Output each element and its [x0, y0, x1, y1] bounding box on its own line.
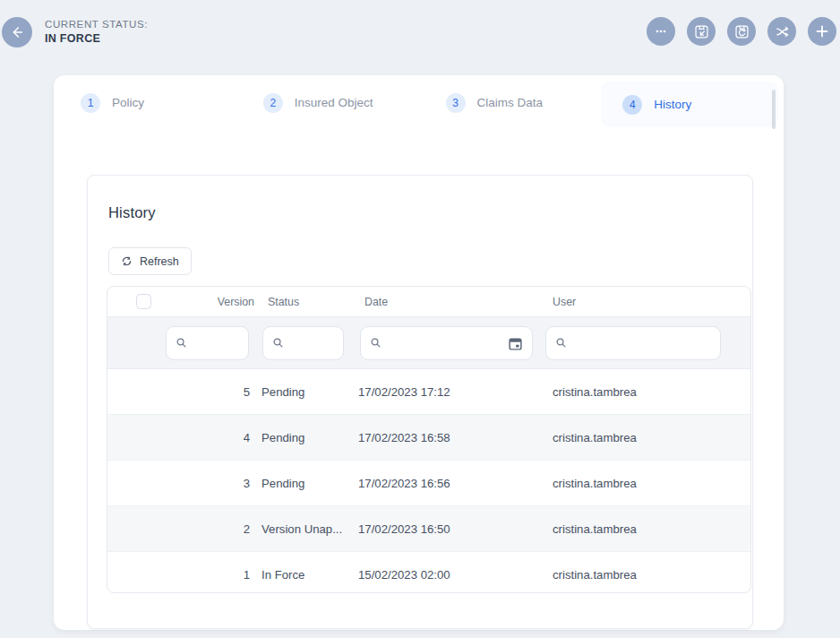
cell-user: cristina.tambrea: [530, 385, 750, 399]
cell-user: cristina.tambrea: [530, 477, 750, 490]
cell-status: Pending: [254, 385, 343, 399]
cell-version: 2: [165, 522, 254, 536]
current-status: CURRENT STATUS: IN FORCE: [45, 19, 148, 45]
status-filter-input[interactable]: [262, 326, 344, 360]
screen: CURRENT STATUS: IN FORCE: [0, 0, 840, 638]
tab-history[interactable]: 4 History: [601, 82, 778, 127]
card-title: History: [108, 204, 156, 221]
version-filter-input[interactable]: [166, 326, 249, 360]
table-row[interactable]: 3 Pending 17/02/2023 16:56 cristina.tamb…: [107, 460, 750, 505]
main-panel: 1 Policy 2 Insured Object 3 Claims Data …: [54, 75, 784, 630]
toolbar: [647, 17, 836, 46]
tab-number-badge: 1: [81, 93, 100, 113]
cell-date: 17/02/2023 16:58: [343, 431, 530, 444]
cell-version: 5: [165, 385, 254, 399]
column-header-user: User: [530, 296, 750, 308]
history-card: History Refresh: [87, 175, 753, 629]
save-export-button[interactable]: [687, 17, 716, 46]
status-filter-field[interactable]: [289, 336, 343, 349]
tab-label: Insured Object: [295, 96, 373, 109]
cell-date: 17/02/2023 16:50: [343, 522, 530, 536]
status-label: CURRENT STATUS:: [45, 19, 148, 30]
table-row[interactable]: 4 Pending 17/02/2023 16:58 cristina.tamb…: [107, 414, 750, 460]
add-button[interactable]: [808, 17, 836, 46]
tab-label: Claims Data: [477, 96, 544, 109]
tab-bar: 1 Policy 2 Insured Object 3 Claims Data …: [54, 75, 784, 130]
table-filter-row: [107, 316, 750, 369]
user-filter-field[interactable]: [572, 336, 720, 349]
search-icon: [272, 337, 284, 349]
plus-icon: [813, 22, 831, 40]
ellipsis-icon: [653, 23, 669, 39]
table-row[interactable]: 5 Pending 17/02/2023 17:12 cristina.tamb…: [107, 369, 750, 414]
cell-status: Version Unap...: [254, 522, 343, 536]
date-filter-input[interactable]: [360, 326, 533, 360]
cell-user: cristina.tambrea: [530, 431, 750, 444]
cell-date: 15/02/2023 02:00: [343, 568, 530, 582]
tab-policy[interactable]: 1 Policy: [54, 75, 236, 130]
calendar-icon[interactable]: [508, 336, 523, 351]
save-sync-icon: [733, 23, 750, 40]
save-sync-button[interactable]: [727, 17, 756, 46]
tab-number-badge: 4: [622, 95, 642, 115]
tab-number-badge: 2: [263, 93, 283, 113]
shuffle-icon: [774, 23, 791, 40]
cell-status: In Force: [254, 568, 343, 582]
table-row[interactable]: 2 Version Unap... 17/02/2023 16:50 crist…: [107, 505, 750, 551]
cell-status: Pending: [254, 431, 343, 444]
cell-version: 1: [165, 568, 254, 582]
cell-user: cristina.tambrea: [530, 568, 750, 582]
version-filter-field[interactable]: [193, 336, 248, 349]
search-icon: [555, 337, 567, 349]
cell-status: Pending: [254, 477, 343, 490]
tab-claims-data[interactable]: 3 Claims Data: [419, 75, 602, 130]
column-header-status: Status: [254, 296, 343, 308]
shuffle-button[interactable]: [767, 17, 796, 46]
tab-insured-object[interactable]: 2 Insured Object: [236, 75, 419, 130]
refresh-button[interactable]: Refresh: [108, 247, 192, 275]
status-value: IN FORCE: [45, 32, 148, 45]
more-actions-button[interactable]: [647, 17, 675, 46]
table-header-row: Version Status Date User: [107, 287, 750, 316]
cell-user: cristina.tambrea: [530, 522, 750, 536]
history-table: Version Status Date User: [107, 286, 751, 593]
arrow-left-icon: [9, 24, 25, 40]
select-all-checkbox[interactable]: [136, 294, 151, 309]
tab-label: Policy: [112, 96, 144, 109]
cell-version: 3: [165, 477, 254, 490]
cell-date: 17/02/2023 17:12: [343, 385, 530, 399]
cell-date: 17/02/2023 16:56: [343, 477, 530, 490]
refresh-label: Refresh: [140, 255, 179, 268]
save-export-icon: [693, 23, 710, 40]
tab-label: History: [654, 98, 691, 111]
cell-version: 4: [165, 431, 254, 444]
back-button[interactable]: [2, 17, 32, 47]
user-filter-input[interactable]: [545, 326, 721, 360]
refresh-icon: [121, 255, 133, 267]
table-row[interactable]: 1 In Force 15/02/2023 02:00 cristina.tam…: [107, 551, 750, 593]
column-header-date: Date: [343, 296, 530, 308]
search-icon: [176, 337, 187, 349]
tab-scrollbar-thumb[interactable]: [772, 90, 776, 129]
search-icon: [370, 337, 381, 349]
column-header-version: Version: [165, 296, 254, 308]
tab-number-badge: 3: [446, 93, 466, 113]
